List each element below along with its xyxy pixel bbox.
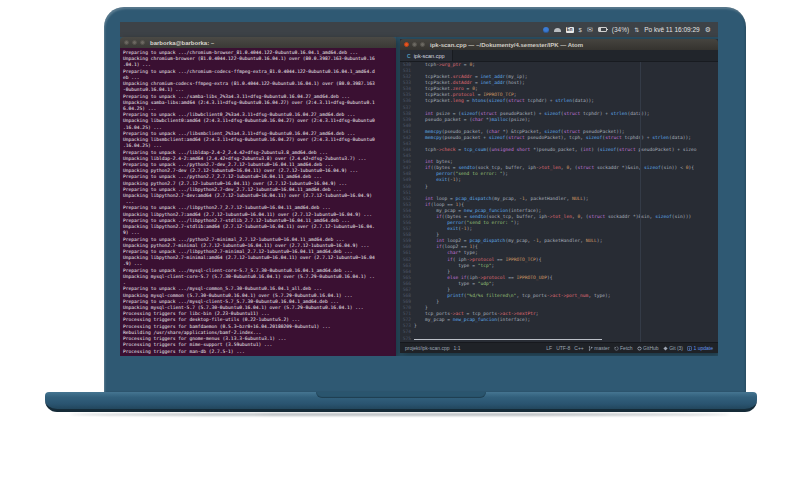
network-traffic-icon[interactable]: ⇅	[634, 26, 639, 33]
status-encoding[interactable]: UTF-8	[556, 345, 570, 351]
keyboard-layout-indicator[interactable]: En	[566, 27, 574, 33]
atom-window-title: ipk-scan.cpp — ~/Dokumenty/4.semester/IP…	[430, 42, 583, 48]
code-line: printf("%d/%s filtered\n", tcp_ports->ac…	[414, 293, 611, 299]
code-line: }	[414, 323, 417, 329]
system-tray-panel: En $ ✉ (34%) ⇅ Po kvě 11 16:09:29 ⚙	[120, 22, 718, 37]
code-row: 542 memcpy(pseudo_packet + sizeof(struct…	[400, 135, 718, 141]
package-update-icon	[687, 346, 692, 351]
status-github[interactable]: GitHub	[637, 345, 659, 351]
tab-label: ipk-scan.cpp	[414, 53, 445, 59]
wrap-guide-line	[640, 62, 641, 342]
terminal-window: barborka@barborka: ~ Preparing to unpack…	[120, 37, 396, 356]
laptop-base	[45, 392, 757, 412]
code-row: 544 tcph->check = tcp_csum((unsigned sho…	[400, 147, 718, 153]
status-updates[interactable]: 1 update	[687, 345, 713, 351]
code-line: my_pcap = new_pcap_funcion(interface);	[414, 317, 530, 323]
maximize-button[interactable]	[140, 40, 145, 45]
close-button[interactable]	[124, 40, 129, 45]
code-row: 575	[400, 336, 718, 342]
gear-icon[interactable]: ⚙	[705, 26, 711, 33]
code-line	[414, 336, 602, 342]
minimize-button[interactable]	[132, 40, 137, 45]
status-fetch[interactable]: Fetch	[614, 345, 633, 351]
c-file-icon: C	[407, 53, 411, 59]
battery-fill	[599, 28, 601, 31]
git-icon	[663, 346, 668, 351]
code-line: tcph->check = tcp_csum((unsigned short *…	[414, 147, 697, 153]
tab-bar: C ipk-scan.cpp	[400, 50, 718, 62]
tab-ipk-scan[interactable]: C ipk-scan.cpp	[400, 50, 453, 61]
code-line: memcpy(pseudo_packet + sizeof(struct pse…	[414, 135, 691, 141]
clock[interactable]: Po kvě 11 16:09:29	[644, 26, 700, 33]
status-file-path[interactable]: projekt/ipk-scan.cpp	[405, 345, 449, 351]
laptop-shadow	[70, 413, 730, 416]
laptop-base-notch	[316, 392, 486, 398]
laptop-mockup: En $ ✉ (34%) ⇅ Po kvě 11 16:09:29 ⚙ barb…	[0, 0, 800, 477]
github-icon	[637, 346, 642, 351]
minimize-button[interactable]	[412, 42, 417, 47]
laptop-screen: En $ ✉ (34%) ⇅ Po kvě 11 16:09:29 ⚙ barb…	[120, 22, 718, 356]
code-line: pseudo_packet = (char *)malloc(psize);	[414, 117, 530, 123]
maximize-button[interactable]	[420, 42, 425, 47]
status-cursor-position[interactable]: 1:1	[453, 345, 460, 351]
terminal-output: Preparing to unpack .../chromium-browser…	[123, 50, 393, 355]
code-line: }	[414, 184, 428, 190]
atom-window: ipk-scan.cpp — ~/Dokumenty/4.semester/IP…	[400, 39, 718, 353]
code-line: tcph->urg_ptr = 0;	[414, 62, 475, 68]
mail-icon[interactable]: ✉	[587, 26, 593, 33]
status-language[interactable]: C++	[574, 345, 583, 351]
currency-indicator-icon[interactable]: $	[579, 27, 582, 33]
app-indicator-icon[interactable]	[543, 27, 549, 33]
code-area: 530 tcph->urg_ptr = 0;531532 tcpPacket.s…	[400, 62, 718, 342]
battery-icon[interactable]	[598, 27, 607, 32]
status-bar: projekt/ipk-scan.cpp 1:1 LF UTF-8 C++ ma…	[400, 342, 718, 353]
wifi-icon[interactable]	[554, 28, 561, 32]
git-branch-icon	[588, 346, 593, 351]
sync-icon	[614, 346, 619, 351]
status-line-ending[interactable]: LF	[546, 345, 552, 351]
terminal-body[interactable]: Preparing to unpack .../chromium-browser…	[120, 48, 396, 356]
battery-percentage: (34%)	[612, 26, 629, 33]
code-editor[interactable]: 530 tcph->urg_ptr = 0;531532 tcpPacket.s…	[400, 62, 718, 342]
status-git[interactable]: Git (3)	[663, 345, 683, 351]
line-number: 575	[400, 336, 414, 342]
atom-titlebar[interactable]: ipk-scan.cpp — ~/Dokumenty/4.semester/IP…	[400, 39, 718, 50]
close-button[interactable]	[404, 42, 409, 47]
status-branch[interactable]: master	[588, 345, 610, 351]
terminal-titlebar[interactable]: barborka@barborka: ~	[120, 37, 396, 48]
code-line: tcpPacket.leng = htons(sizeof(struct tcp…	[414, 98, 594, 104]
terminal-title: barborka@barborka: ~	[150, 40, 214, 46]
horizontal-rule	[414, 339, 602, 340]
